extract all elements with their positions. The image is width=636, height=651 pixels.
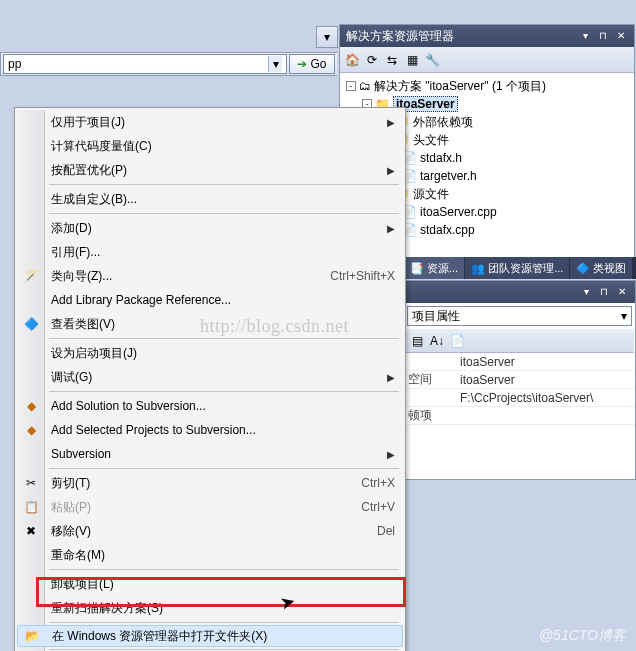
resource-icon: 📑 <box>410 262 424 275</box>
menu-reference[interactable]: 引用(F)... <box>17 240 403 264</box>
menu-class-wizard[interactable]: 🪄 类向导(Z)... Ctrl+Shift+X <box>17 264 403 288</box>
svn-icon: ◆ <box>23 422 39 438</box>
home-icon[interactable]: 🏠 <box>344 52 360 68</box>
properties-combo-label: 项目属性 <box>412 308 460 325</box>
sync-icon[interactable]: ⇆ <box>384 52 400 68</box>
submenu-arrow-icon: ▶ <box>387 372 395 383</box>
menu-label: Add Solution to Subversion... <box>51 399 395 413</box>
menu-build-custom[interactable]: 生成自定义(B)... <box>17 187 403 211</box>
chevron-down-icon[interactable]: ▾ <box>268 56 282 72</box>
submenu-arrow-icon: ▶ <box>387 117 395 128</box>
svn-icon: ◆ <box>23 398 39 414</box>
tree-label: targetver.h <box>420 169 477 183</box>
menu-debug[interactable]: 调试(G) ▶ <box>17 365 403 389</box>
menu-label: 引用(F)... <box>51 244 395 261</box>
menu-add-projects-svn[interactable]: ◆ Add Selected Projects to Subversion... <box>17 418 403 442</box>
menu-remove[interactable]: ✖ 移除(V) Del <box>17 519 403 543</box>
project-context-menu: 仅用于项目(J) ▶ 计算代码度量值(C) 按配置优化(P) ▶ 生成自定义(B… <box>14 107 406 651</box>
menu-open-folder-in-explorer[interactable]: 📂 在 Windows 资源管理器中打开文件夹(X) <box>17 625 403 647</box>
collapse-icon[interactable]: - <box>346 81 356 91</box>
menu-label: 查看类图(V) <box>51 316 395 333</box>
menu-label: 重新扫描解决方案(S) <box>51 600 395 617</box>
menu-label: 重命名(M) <box>51 547 395 564</box>
close-icon[interactable]: ✕ <box>615 285 629 299</box>
paste-icon: 📋 <box>23 499 39 515</box>
wizard-icon: 🪄 <box>23 268 39 284</box>
menu-label: 仅用于项目(J) <box>51 114 387 131</box>
menu-unload-project[interactable]: 卸载项目(L) <box>17 572 403 596</box>
dropdown-icon[interactable]: ▾ <box>579 285 593 299</box>
delete-icon: ✖ <box>23 523 39 539</box>
solution-explorer-title-bar: 解决方案资源管理器 ▾ ⊓ ✕ <box>340 25 634 47</box>
pages-icon[interactable]: 📄 <box>449 333 465 349</box>
property-key: 顿项 <box>404 407 456 424</box>
folder-open-icon: 📂 <box>24 628 40 644</box>
menu-set-startup[interactable]: 设为启动项目(J) <box>17 341 403 365</box>
properties-title-bar: ▾ ⊓ ✕ <box>404 281 635 303</box>
menu-cut[interactable]: ✂ 剪切(T) Ctrl+X <box>17 471 403 495</box>
submenu-arrow-icon: ▶ <box>387 165 395 176</box>
refresh-icon[interactable]: ⟳ <box>364 52 380 68</box>
menu-add-library-package[interactable]: Add Library Package Reference... <box>17 288 403 312</box>
file-combo-value: pp <box>8 57 21 71</box>
menu-paste: 📋 粘贴(P) Ctrl+V <box>17 495 403 519</box>
tree-label: 头文件 <box>413 132 449 149</box>
tab-label: 资源... <box>427 261 458 276</box>
class-icon: 🔷 <box>576 262 590 275</box>
tab-solution-resource[interactable]: 📑 资源... <box>404 257 464 279</box>
menu-view-class-diagram[interactable]: 🔷 查看类图(V) <box>17 312 403 336</box>
tree-label: 源文件 <box>413 186 449 203</box>
menu-separator <box>49 213 399 214</box>
tree-solution-node[interactable]: - 🗂 解决方案 "itoaServer" (1 个项目) <box>342 77 632 95</box>
menu-separator <box>49 569 399 570</box>
sort-icon[interactable]: A↓ <box>429 333 445 349</box>
dropdown-icon[interactable]: ▾ <box>578 29 592 43</box>
pin-icon[interactable]: ⊓ <box>597 285 611 299</box>
show-all-icon[interactable]: ▦ <box>404 52 420 68</box>
go-arrow-icon: ➔ <box>297 57 307 71</box>
property-row[interactable]: itoaServer <box>404 353 635 371</box>
property-row[interactable]: 空间 itoaServer <box>404 371 635 389</box>
tab-team-explorer[interactable]: 👥 团队资源管理... <box>465 257 569 279</box>
menu-label: 设为启动项目(J) <box>51 345 395 362</box>
properties-icon[interactable]: 🔧 <box>424 52 440 68</box>
menu-separator <box>49 184 399 185</box>
property-value: itoaServer <box>456 373 635 387</box>
menu-rescan-solution[interactable]: 重新扫描解决方案(S) <box>17 596 403 620</box>
menu-label: Add Selected Projects to Subversion... <box>51 423 395 437</box>
pin-icon[interactable]: ⊓ <box>596 29 610 43</box>
property-value: itoaServer <box>456 355 635 369</box>
file-combo[interactable]: pp ▾ <box>3 54 287 74</box>
menu-label: Add Library Package Reference... <box>51 293 395 307</box>
submenu-arrow-icon: ▶ <box>387 449 395 460</box>
credit-text: @51CTO博客 <box>539 627 626 645</box>
properties-toolbar: ▤ A↓ 📄 <box>405 329 634 353</box>
menu-project-only[interactable]: 仅用于项目(J) ▶ <box>17 110 403 134</box>
menu-shortcut: Del <box>377 524 395 538</box>
panel-dropdown-arrow[interactable]: ▾ <box>316 26 338 48</box>
property-row[interactable]: 顿项 <box>404 407 635 425</box>
menu-shortcut: Ctrl+X <box>361 476 395 490</box>
menu-calc-metrics[interactable]: 计算代码度量值(C) <box>17 134 403 158</box>
property-row[interactable]: F:\CcProjects\itoaServer\ <box>404 389 635 407</box>
go-button[interactable]: ➔ Go <box>289 54 335 74</box>
menu-add-solution-svn[interactable]: ◆ Add Solution to Subversion... <box>17 394 403 418</box>
menu-subversion[interactable]: Subversion ▶ <box>17 442 403 466</box>
menu-label: 调试(G) <box>51 369 387 386</box>
tab-class-view[interactable]: 🔷 类视图 <box>570 257 632 279</box>
class-diagram-icon: 🔷 <box>23 316 39 332</box>
tree-label: itoaServer.cpp <box>420 205 497 219</box>
menu-config-optimize[interactable]: 按配置优化(P) ▶ <box>17 158 403 182</box>
properties-grid: itoaServer 空间 itoaServer F:\CcProjects\i… <box>404 353 635 425</box>
menu-rename[interactable]: 重命名(M) <box>17 543 403 567</box>
menu-label: 移除(V) <box>51 523 361 540</box>
menu-label: 在 Windows 资源管理器中打开文件夹(X) <box>52 628 394 645</box>
menu-add[interactable]: 添加(D) ▶ <box>17 216 403 240</box>
property-key: 空间 <box>404 371 456 388</box>
close-icon[interactable]: ✕ <box>614 29 628 43</box>
categorize-icon[interactable]: ▤ <box>409 333 425 349</box>
solution-explorer-title: 解决方案资源管理器 <box>346 25 454 47</box>
properties-object-combo[interactable]: 项目属性 ▾ <box>407 306 632 326</box>
menu-separator <box>49 338 399 339</box>
submenu-arrow-icon: ▶ <box>387 223 395 234</box>
